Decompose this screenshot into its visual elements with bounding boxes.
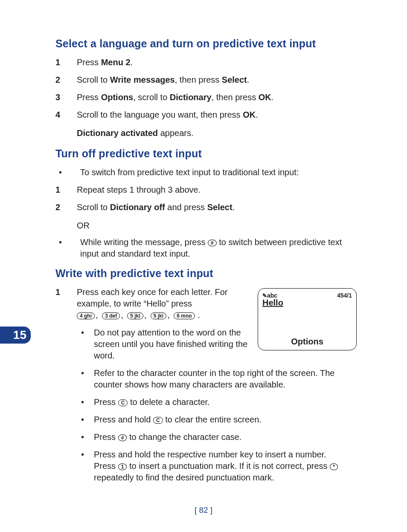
step-item: 1 Press each key once for each letter. F… [55, 286, 251, 321]
step-item: 1 Press Menu 2. [55, 57, 357, 68]
bullet-item: • While writing the message, press # to … [55, 237, 357, 260]
heading-select-language: Select a language and turn on predictive… [55, 38, 357, 50]
step-text: Scroll to the language you want, then pr… [77, 109, 357, 121]
bullet-icon: • [55, 167, 80, 178]
bullet-text: Press C to delete a character. [94, 396, 357, 408]
phone-spacer [262, 308, 352, 337]
turn-off-list: • To switch from predictive text input t… [55, 167, 357, 178]
hash-key-icon: # [208, 240, 217, 246]
turn-off-steps: 1 Repeat steps 1 through 3 above. 2 Scro… [55, 184, 357, 213]
sub-bullet: • Press C to delete a character. [81, 396, 357, 408]
steps-select-language: 1 Press Menu 2. 2 Scroll to Write messag… [55, 57, 357, 121]
sub-bullet: • Do not pay attention to the word on th… [81, 327, 251, 361]
bullet-icon: • [81, 414, 94, 425]
step-text: Repeat steps 1 through 3 above. [77, 184, 357, 196]
key-5-icon: 5 jkl [151, 312, 166, 319]
bullet-icon: • [81, 449, 94, 483]
step-number: 2 [55, 202, 77, 213]
phone-screen: ✎abc 454/1 Hello Options [258, 288, 357, 350]
or-text: OR [77, 221, 357, 231]
write-sub-bullets: • Do not pay attention to the word on th… [81, 327, 357, 483]
step-item: 2 Scroll to Write messages, then press S… [55, 74, 357, 86]
step-text: Press Menu 2. [77, 57, 357, 68]
bullet-text: Press # to change the character case. [94, 431, 357, 443]
chapter-tab: 15 [0, 327, 31, 344]
key-5-icon: 5 jkl [127, 312, 143, 319]
key-6-icon: 6 mno [174, 312, 195, 319]
sub-bullet: • Refer to the character counter in the … [81, 367, 357, 390]
sub-bullet: • Press and hold the respective number k… [81, 449, 357, 483]
bullet-icon: • [81, 396, 94, 408]
manual-page: 15 Select a language and turn on predict… [0, 0, 407, 532]
hash-key-icon: # [118, 434, 127, 441]
heading-turn-off: Turn off predictive text input [55, 147, 357, 160]
step-item: 4 Scroll to the language you want, then … [55, 109, 357, 121]
step-number: 1 [55, 57, 77, 68]
bullet-icon: • [81, 327, 94, 361]
sub-bullet: • Press and hold C to clear the entire s… [81, 414, 357, 425]
confirmation-text: Dictionary activated appears. [77, 128, 357, 138]
bullet-text: Do not pay attention to the word on the … [94, 327, 251, 361]
c-key-icon: C [118, 399, 128, 406]
key-sequence: 4 ghi, 3 def, 5 jkl, 5 jkl, 6 mno . [77, 310, 200, 320]
bullet-text: Press and hold the respective number key… [94, 449, 357, 483]
write-block: ✎abc 454/1 Hello Options 1 Press each ke… [55, 286, 357, 483]
step-text: Press each key once for each letter. For… [77, 286, 251, 321]
char-counter: 454/1 [337, 292, 352, 299]
step-text: Press Options, scroll to Dictionary, the… [77, 92, 357, 103]
step-number: 3 [55, 92, 77, 103]
one-key-icon: 1 [118, 463, 127, 470]
phone-softkey: Options [262, 337, 352, 347]
bullet-icon: • [81, 431, 94, 443]
bullet-text: While writing the message, press # to sw… [80, 237, 357, 260]
bullet-text: Refer to the character counter in the to… [94, 367, 357, 390]
step-number: 2 [55, 74, 77, 86]
phone-word: Hello [262, 298, 352, 308]
page-number: [ 82 ] [0, 506, 407, 515]
sub-bullet: • Press # to change the character case. [81, 431, 357, 443]
step-text: Scroll to Write messages, then press Sel… [77, 74, 357, 86]
step-item: 2 Scroll to Dictionary off and press Sel… [55, 202, 357, 213]
step-number: 4 [55, 109, 77, 121]
step-text: Scroll to Dictionary off and press Selec… [77, 202, 357, 213]
step-number: 1 [55, 286, 77, 321]
bullet-icon: • [81, 367, 94, 390]
turn-off-alt: • While writing the message, press # to … [55, 237, 357, 260]
key-4-icon: 4 ghi [77, 312, 95, 319]
heading-write-predictive: Write with predictive text input [55, 267, 357, 280]
key-3-icon: 3 def [102, 312, 120, 319]
step-number: 1 [55, 184, 77, 196]
c-key-icon: C [153, 417, 163, 424]
bullet-text: To switch from predictive text input to … [80, 167, 357, 178]
bullet-item: • To switch from predictive text input t… [55, 167, 357, 178]
star-key-icon: * [330, 463, 338, 470]
bullet-text: Press and hold C to clear the entire scr… [94, 414, 357, 425]
step-item: 1 Repeat steps 1 through 3 above. [55, 184, 357, 196]
bullet-icon: • [55, 237, 80, 260]
step-item: 3 Press Options, scroll to Dictionary, t… [55, 92, 357, 103]
